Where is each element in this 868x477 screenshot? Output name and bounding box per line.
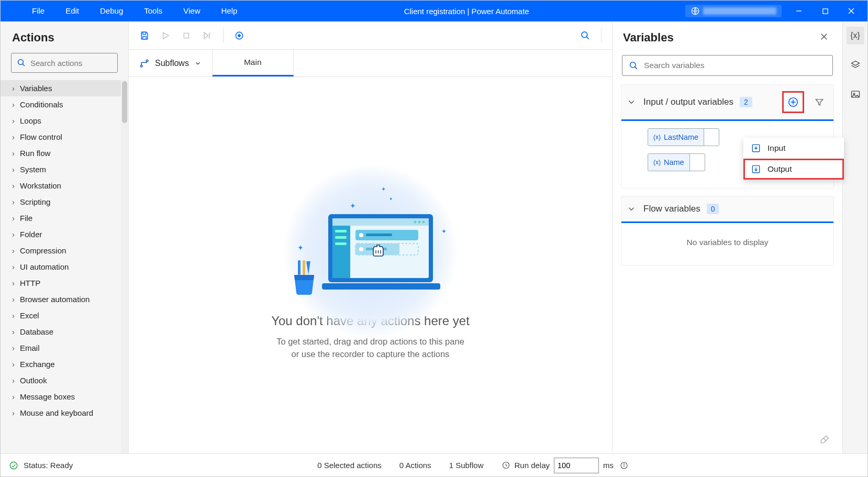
status-subflows-count: 1 Subflow — [449, 461, 484, 470]
action-cat-file[interactable]: ›File — [1, 210, 121, 226]
stop-button[interactable] — [176, 25, 197, 46]
empty-illustration: ✦ ✦ ✦ ✦ ✦ — [276, 170, 465, 301]
step-button[interactable] — [197, 25, 218, 46]
action-cat-flow-control[interactable]: ›Flow control — [1, 129, 121, 145]
action-cat-loops[interactable]: ›Loops — [1, 113, 121, 129]
environment-badge[interactable] — [685, 5, 782, 17]
menu-edit[interactable]: Edit — [55, 1, 90, 21]
chevron-down-icon[interactable] — [627, 204, 636, 214]
menu-help[interactable]: Help — [211, 1, 248, 21]
svg-rect-40 — [298, 260, 301, 275]
add-variable-menu: Input Output — [743, 138, 844, 180]
variable-name[interactable]: (x)Name — [648, 153, 705, 171]
add-output-variable[interactable]: Output — [743, 159, 844, 180]
window-title: Client registration | Power Automate — [248, 7, 685, 16]
svg-point-45 — [630, 62, 636, 67]
variables-search[interactable] — [622, 55, 833, 76]
status-actions-count: 0 Actions — [399, 461, 431, 470]
variables-close-button[interactable] — [816, 29, 832, 47]
rail-images[interactable] — [847, 85, 864, 103]
svg-line-46 — [635, 66, 637, 69]
svg-point-22 — [422, 220, 425, 223]
svg-point-18 — [146, 60, 148, 62]
status-bar: Status: Ready 0 Selected actions 0 Actio… — [1, 453, 867, 476]
svg-rect-27 — [335, 236, 347, 239]
actions-search[interactable] — [11, 53, 118, 73]
menu-tools[interactable]: Tools — [133, 1, 173, 21]
svg-point-15 — [582, 31, 587, 37]
action-cat-folder[interactable]: ›Folder — [1, 226, 121, 242]
svg-point-62 — [624, 463, 625, 464]
environment-name-blurred — [703, 7, 776, 15]
svg-rect-25 — [332, 226, 350, 278]
info-icon[interactable] — [620, 461, 628, 470]
svg-rect-28 — [335, 242, 347, 245]
variables-search-input[interactable] — [644, 61, 826, 70]
action-cat-variables[interactable]: ›Variables — [1, 80, 121, 96]
close-button[interactable] — [838, 1, 864, 21]
action-cat-run-flow[interactable]: ›Run flow — [1, 145, 121, 161]
tab-main[interactable]: Main — [213, 50, 294, 76]
add-variable-button[interactable] — [783, 92, 803, 112]
svg-marker-42 — [306, 261, 310, 275]
svg-rect-2 — [822, 8, 827, 13]
filter-icon — [815, 97, 824, 107]
record-icon — [234, 30, 244, 41]
action-cat-conditionals[interactable]: ›Conditionals — [1, 96, 121, 113]
record-button[interactable] — [229, 25, 250, 46]
run-delay-input[interactable] — [554, 458, 599, 473]
status-text: Status: Ready — [24, 461, 73, 470]
rail-ui-elements[interactable] — [847, 56, 864, 74]
svg-point-17 — [140, 65, 142, 67]
action-cat-ui-automation[interactable]: ›UI automation — [1, 259, 121, 275]
actions-category-list[interactable]: ›Variables ›Conditionals ›Loops ›Flow co… — [1, 80, 121, 453]
plus-circle-icon — [787, 96, 799, 108]
chevron-down-icon — [194, 60, 202, 67]
action-cat-exchange[interactable]: ›Exchange — [1, 356, 121, 372]
svg-rect-10 — [184, 33, 188, 38]
action-cat-message-boxes[interactable]: ›Message boxes — [1, 389, 121, 405]
save-button[interactable] — [134, 25, 155, 46]
flow-canvas[interactable]: ✦ ✦ ✦ ✦ ✦ — [129, 77, 612, 453]
menu-view[interactable]: View — [173, 1, 210, 21]
maximize-button[interactable] — [812, 1, 838, 21]
subflows-label: Subflows — [155, 59, 189, 68]
chevron-down-icon[interactable] — [627, 97, 636, 107]
minimize-button[interactable] — [786, 1, 812, 21]
subflows-dropdown[interactable]: Subflows — [129, 50, 213, 76]
action-cat-outlook[interactable]: ›Outlook — [1, 372, 121, 389]
filter-variables-button[interactable] — [810, 93, 828, 111]
svg-point-24 — [414, 220, 416, 223]
action-cat-http[interactable]: ›HTTP — [1, 275, 121, 291]
svg-rect-41 — [303, 260, 305, 275]
menu-file[interactable]: File — [21, 1, 55, 21]
action-cat-email[interactable]: ›Email — [1, 340, 121, 356]
variable-lastname[interactable]: (x)LastName — [648, 128, 719, 146]
svg-point-14 — [238, 34, 240, 37]
action-cat-workstation[interactable]: ›Workstation — [1, 178, 121, 194]
action-cat-scripting[interactable]: ›Scripting — [1, 194, 121, 210]
eraser-icon — [819, 435, 830, 445]
action-cat-browser-automation[interactable]: ›Browser automation — [1, 291, 121, 307]
actions-scrollbar[interactable] — [121, 80, 128, 453]
clear-variables-button[interactable] — [819, 435, 830, 447]
subflows-icon — [139, 58, 150, 69]
canvas-search-button[interactable] — [575, 25, 596, 46]
run-button[interactable] — [155, 25, 176, 46]
action-cat-system[interactable]: ›System — [1, 161, 121, 178]
menu-debug[interactable]: Debug — [90, 1, 133, 21]
empty-state-line1: To get started, drag and drop actions to… — [276, 337, 464, 346]
action-cat-mouse-keyboard[interactable]: ›Mouse and keyboard — [1, 405, 121, 421]
flow-variables-section: Flow variables0 No variables to display — [621, 196, 834, 265]
action-cat-excel[interactable]: ›Excel — [1, 307, 121, 324]
action-cat-compression[interactable]: ›Compression — [1, 242, 121, 259]
actions-search-input[interactable] — [30, 59, 130, 68]
flow-count-badge: 0 — [707, 204, 719, 214]
stop-icon — [182, 31, 191, 40]
title-bar: File Edit Debug Tools View Help Client r… — [1, 1, 867, 21]
action-cat-database[interactable]: ›Database — [1, 324, 121, 340]
rail-variables[interactable]: {x} — [847, 27, 864, 45]
svg-point-58 — [10, 462, 17, 469]
add-input-variable[interactable]: Input — [743, 138, 844, 159]
svg-point-34 — [359, 247, 363, 251]
